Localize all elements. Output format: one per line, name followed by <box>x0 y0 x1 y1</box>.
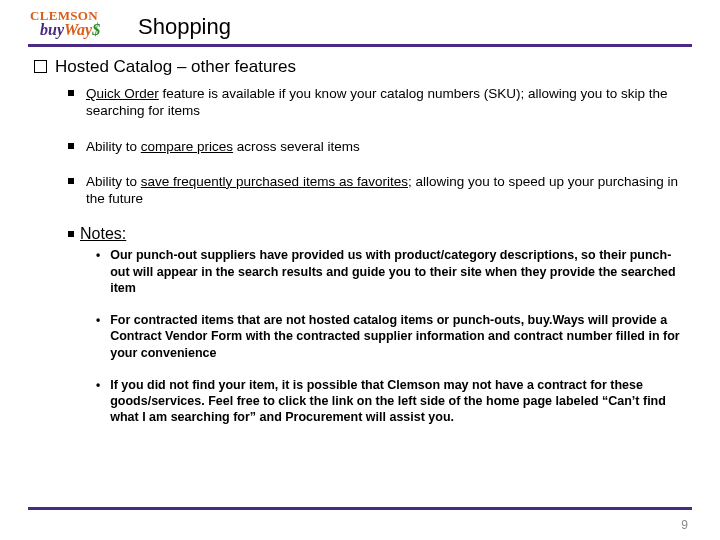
logo-buyways-text: buyWay$ <box>40 21 100 39</box>
bullet-text: Quick Order feature is available if you … <box>86 85 686 120</box>
square-bullet-icon <box>68 143 74 149</box>
square-bullet-icon <box>68 231 74 237</box>
note-item: • For contracted items that are not host… <box>96 312 686 361</box>
logo-buy: buy <box>40 21 64 38</box>
note-text: If you did not find your item, it is pos… <box>110 377 686 426</box>
note-text: For contracted items that are not hosted… <box>110 312 686 361</box>
checkbox-bullet-icon <box>34 60 47 73</box>
dot-bullet-icon: • <box>96 248 100 296</box>
bullet-text: Ability to save frequently purchased ite… <box>86 173 686 208</box>
bullet-item: Ability to compare prices across several… <box>68 138 686 155</box>
bullet-item: Quick Order feature is available if you … <box>68 85 686 120</box>
page-number: 9 <box>681 518 688 532</box>
footer-divider <box>28 507 692 510</box>
square-bullet-icon <box>68 178 74 184</box>
section-heading-text: Hosted Catalog – other features <box>55 57 296 77</box>
dot-bullet-icon: • <box>96 313 100 361</box>
logo-dollar: $ <box>92 21 100 38</box>
bullet-item: Ability to save frequently purchased ite… <box>68 173 686 208</box>
logo: CLEMSON buyWay$ <box>28 8 126 42</box>
bullet-rest: across several items <box>233 139 360 154</box>
note-text: Our punch-out suppliers have provided us… <box>110 247 686 296</box>
square-bullet-icon <box>68 90 74 96</box>
notes-heading: Notes: <box>68 225 686 243</box>
bullet-pre: Ability to <box>86 139 141 154</box>
section-heading: Hosted Catalog – other features <box>34 57 686 77</box>
dot-bullet-icon: • <box>96 378 100 426</box>
bullet-rest: feature is available if you know your ca… <box>86 86 668 118</box>
bullet-text: Ability to compare prices across several… <box>86 138 360 155</box>
page-title: Shopping <box>138 14 231 42</box>
logo-way: Way <box>64 21 92 38</box>
bullet-underline: Quick Order <box>86 86 159 101</box>
note-item: • Our punch-out suppliers have provided … <box>96 247 686 296</box>
bullet-underline: compare prices <box>141 139 233 154</box>
notes-label: Notes: <box>80 225 126 243</box>
note-item: • If you did not find your item, it is p… <box>96 377 686 426</box>
bullet-pre: Ability to <box>86 174 141 189</box>
header: CLEMSON buyWay$ Shopping <box>28 8 692 42</box>
bullet-underline: save frequently purchased items as favor… <box>141 174 412 189</box>
